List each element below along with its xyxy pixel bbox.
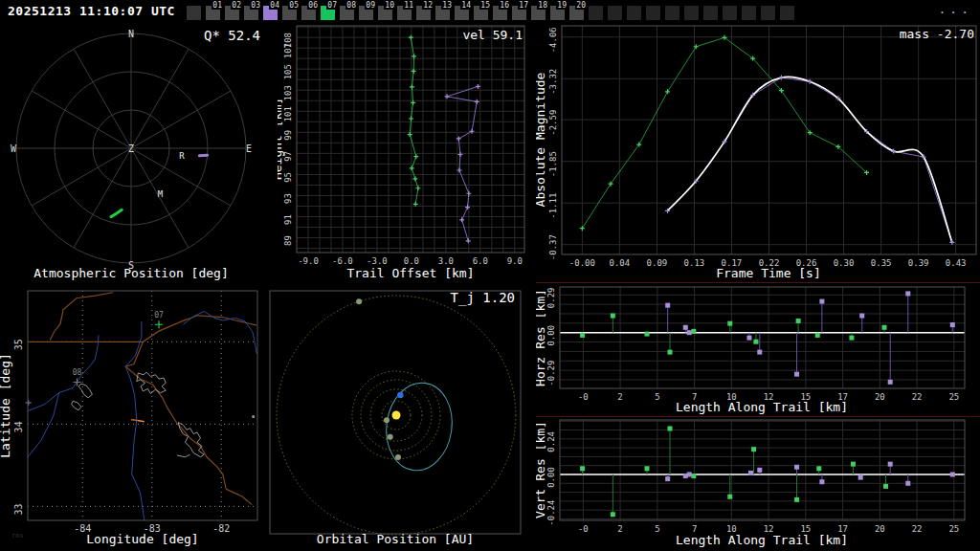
station-number: 20 [575, 1, 587, 10]
svg-text:0.0: 0.0 [404, 256, 419, 266]
map-grid [28, 291, 257, 520]
station-square [684, 6, 699, 20]
panel-separator [536, 282, 980, 283]
svg-text:-6.0: -6.0 [332, 256, 353, 266]
station-square [761, 6, 775, 20]
station-toggle[interactable] [780, 1, 794, 22]
watermark: rms [11, 532, 24, 540]
station-toggle[interactable] [703, 1, 718, 22]
station-square [780, 6, 794, 20]
station-toggle[interactable] [684, 1, 699, 22]
svg-text:22: 22 [912, 392, 923, 402]
station-number: 04 [269, 1, 280, 10]
status-bar: 20251213 11:10:07 UTC 010203040506070809… [0, 0, 980, 23]
svg-text:2: 2 [617, 524, 622, 534]
station-toggle-20[interactable]: 20 [569, 1, 584, 22]
station-square [742, 6, 756, 20]
station-toggle[interactable] [187, 1, 201, 22]
svg-text:2: 2 [617, 392, 622, 402]
station-toggle-12[interactable]: 12 [416, 1, 431, 22]
station-toggle[interactable] [646, 1, 660, 22]
svg-text:M: M [158, 189, 164, 199]
station-number: 05 [288, 1, 300, 10]
station-toggle-04[interactable]: 04 [263, 1, 278, 22]
svg-text:Length Along Trail [km]: Length Along Trail [km] [676, 533, 848, 547]
station-square [589, 6, 603, 20]
svg-text:97: 97 [283, 151, 293, 162]
svg-text:Absolute Magnitude: Absolute Magnitude [536, 72, 547, 207]
station-toggle-01[interactable]: 01 [206, 1, 220, 22]
svg-text:93: 93 [283, 193, 293, 204]
svg-text:-1.11: -1.11 [548, 193, 558, 219]
svg-text:22: 22 [912, 524, 923, 534]
svg-text:-0.00: -0.00 [569, 258, 595, 268]
svg-text:0.09: 0.09 [647, 258, 668, 268]
station-toggle-16[interactable]: 16 [493, 1, 507, 22]
station-square [703, 6, 718, 20]
svg-text:107: 107 [283, 43, 293, 58]
station-number: 12 [422, 1, 434, 10]
svg-text:Q* 52.4: Q* 52.4 [204, 28, 260, 43]
svg-text:Z: Z [128, 143, 134, 154]
svg-text:20: 20 [875, 392, 885, 402]
svg-text:5: 5 [655, 392, 659, 402]
meteor-analysis-app: 20251213 11:10:07 UTC 010203040506070809… [0, 0, 980, 551]
svg-text:Longitude [deg]: Longitude [deg] [86, 532, 198, 546]
svg-text:Vert Res [km]: Vert Res [km] [536, 421, 547, 518]
svg-text:08: 08 [73, 368, 82, 377]
station-toggle-19[interactable]: 19 [550, 1, 565, 22]
trail-offset-chart: -9.0-6.0-3.00.03.06.09.01081071051031019… [278, 23, 555, 283]
map-mark [26, 400, 32, 406]
station-number: 16 [499, 1, 510, 10]
station-toggle-05[interactable]: 05 [282, 1, 297, 22]
station-square [187, 6, 201, 20]
overflow-menu[interactable]: ... [939, 2, 972, 16]
station-toggle[interactable] [627, 1, 641, 22]
station-toggle-11[interactable]: 11 [397, 1, 412, 22]
grid [562, 26, 976, 254]
svg-text:0.39: 0.39 [908, 258, 929, 268]
svg-text:95: 95 [283, 172, 293, 183]
station-07-track [111, 209, 122, 216]
series-station-07 [408, 35, 421, 207]
station-toggle-09[interactable]: 09 [359, 1, 373, 22]
station-number: 07 [326, 1, 338, 10]
svg-text:3.0: 3.0 [438, 256, 454, 266]
station-toggle-17[interactable]: 17 [512, 1, 526, 22]
svg-text:0.13: 0.13 [684, 258, 705, 268]
station-toggle[interactable] [608, 1, 622, 22]
station-toggle-07[interactable]: 07 [321, 1, 335, 22]
station-square [627, 6, 641, 20]
svg-text:07: 07 [154, 311, 164, 320]
svg-text:103: 103 [283, 85, 293, 100]
station-toggle[interactable] [665, 1, 679, 22]
station-number: 10 [384, 1, 395, 10]
svg-text:35: 35 [13, 339, 24, 350]
station-toggle[interactable] [761, 1, 775, 22]
station-toggle[interactable] [589, 1, 603, 22]
series-station-04 [665, 76, 954, 245]
svg-text:Latitude [deg]: Latitude [deg] [0, 353, 12, 458]
station-toggle-18[interactable]: 18 [531, 1, 546, 22]
station-number: 15 [479, 1, 491, 10]
station-toggle[interactable] [742, 1, 756, 22]
station-toggle-03[interactable]: 03 [244, 1, 258, 22]
station-toggle-08[interactable]: 08 [340, 1, 354, 22]
station-toggle-13[interactable]: 13 [435, 1, 450, 22]
station-toggle-14[interactable]: 14 [455, 1, 469, 22]
station-toggle-06[interactable]: 06 [301, 1, 316, 22]
station-number: 19 [556, 1, 568, 10]
state-borders [28, 293, 256, 505]
station-toggle-02[interactable]: 02 [225, 1, 239, 22]
svg-text:5: 5 [655, 524, 659, 534]
station-toggle-10[interactable]: 10 [378, 1, 392, 22]
svg-text:Length Along Trail [km]: Length Along Trail [km] [676, 400, 848, 414]
station-toggle[interactable] [723, 1, 737, 22]
svg-text:-0: -0 [578, 392, 589, 402]
station-toggle-15[interactable]: 15 [474, 1, 488, 22]
station-number: 02 [231, 1, 242, 10]
station-square [723, 6, 737, 20]
svg-text:105: 105 [283, 64, 293, 79]
vertical-residuals-chart: -0257101215172022250.240.00-0.24Length A… [536, 417, 980, 551]
svg-text:-2.59: -2.59 [548, 110, 558, 136]
